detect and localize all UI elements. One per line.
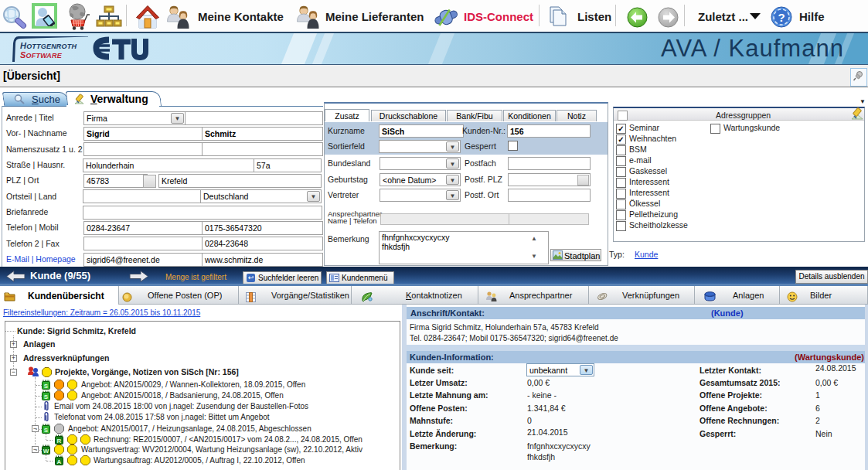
svg-text:A: A (57, 458, 62, 465)
svg-text:R: R (57, 438, 62, 444)
svg-text:S: S (44, 393, 49, 400)
svg-text:?: ? (778, 11, 785, 24)
svg-text:S: S (44, 383, 49, 390)
svg-text:S: S (44, 427, 49, 434)
svg-text:W: W (43, 448, 49, 455)
